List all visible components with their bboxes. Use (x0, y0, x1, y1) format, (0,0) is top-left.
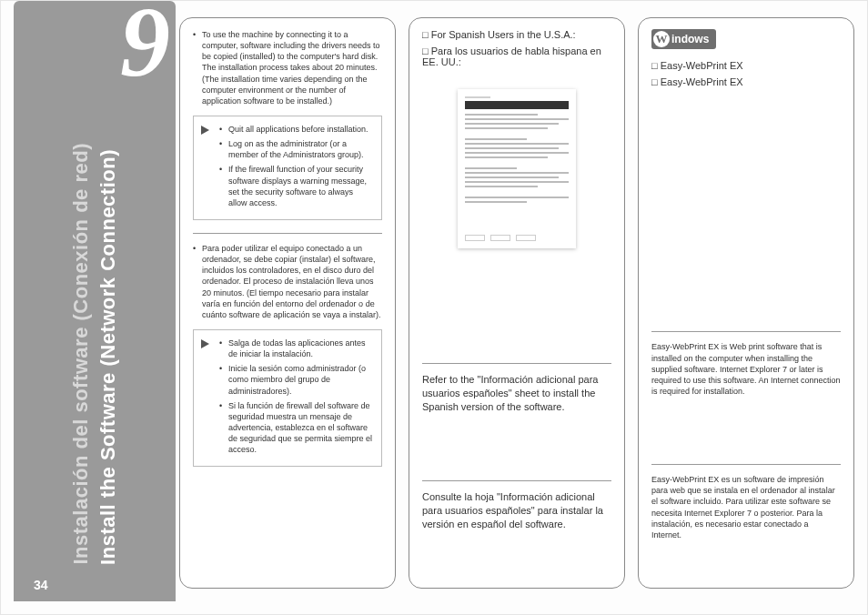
tip-es-1: Salga de todas las aplicaciones antes de… (219, 338, 374, 359)
intro-text-en: To use the machine by connecting it to a… (193, 29, 382, 106)
divider (422, 363, 611, 364)
section-sidebar: 9 Instalación del software (Conexión de … (14, 1, 176, 601)
arrow-icon (201, 126, 209, 135)
section-title-es: Instalación del software (Conexión de re… (69, 143, 93, 565)
section-title-en: Install the Software (Network Connection… (96, 149, 120, 565)
note-es: Easy-WebPrint EX es un software de impre… (651, 474, 841, 540)
intro-text-es: Para poder utilizar el equipo conectado … (193, 243, 382, 320)
column-2: □ For Spanish Users in the U.S.A.: □ Par… (409, 17, 625, 589)
arrow-icon (201, 339, 209, 348)
software-list: □ Easy-WebPrint EX □ Easy-WebPrint EX (651, 58, 841, 90)
column-1: To use the machine by connecting it to a… (179, 17, 396, 589)
tip-en-2: Log on as the administrator (or a member… (219, 138, 374, 160)
tip-en-3: If the firewall function of your securit… (219, 164, 374, 208)
manual-page: 9 Instalación del software (Conexión de … (0, 0, 868, 615)
content-columns: To use the machine by connecting it to a… (179, 17, 854, 589)
windows-badge: Windows (651, 29, 716, 49)
col2-heading-es: □ Para los usuarios de habla hispana en … (422, 45, 611, 67)
refer-text-en: Refer to the "Información adicional para… (422, 373, 611, 414)
thumb-title-bar (465, 101, 569, 109)
windows-badge-text: indows (671, 33, 709, 45)
note-en: Easy-WebPrint EX is Web print software t… (651, 341, 841, 397)
divider (651, 331, 841, 332)
divider (651, 464, 841, 465)
divider (422, 480, 611, 481)
software-item-2: □ Easy-WebPrint EX (651, 75, 841, 91)
divider (193, 233, 382, 234)
windows-w-icon: W (653, 31, 670, 47)
tip-en-1: Quit all applications before installatio… (219, 124, 374, 135)
document-thumbnail (458, 89, 576, 248)
software-item-1: □ Easy-WebPrint EX (651, 58, 841, 75)
thumb-footer-buttons (465, 235, 569, 241)
page-number: 34 (34, 578, 48, 592)
tip-es-2: Inicie la sesión como administrador (o c… (219, 363, 374, 396)
section-titles: Instalación del software (Conexión de re… (14, 55, 176, 565)
tip-es-3: Si la función de firewall del software d… (219, 400, 374, 456)
column-3: Windows □ Easy-WebPrint EX □ Easy-WebPri… (638, 17, 854, 589)
refer-text-es: Consulte la hoja "Información adicional … (422, 490, 611, 531)
tip-box-es: Salga de todas las aplicaciones antes de… (193, 329, 382, 467)
col2-heading-en: □ For Spanish Users in the U.S.A.: (422, 29, 611, 40)
thumb-gray-bar (465, 96, 490, 98)
tip-box-en: Quit all applications before installatio… (193, 116, 382, 220)
